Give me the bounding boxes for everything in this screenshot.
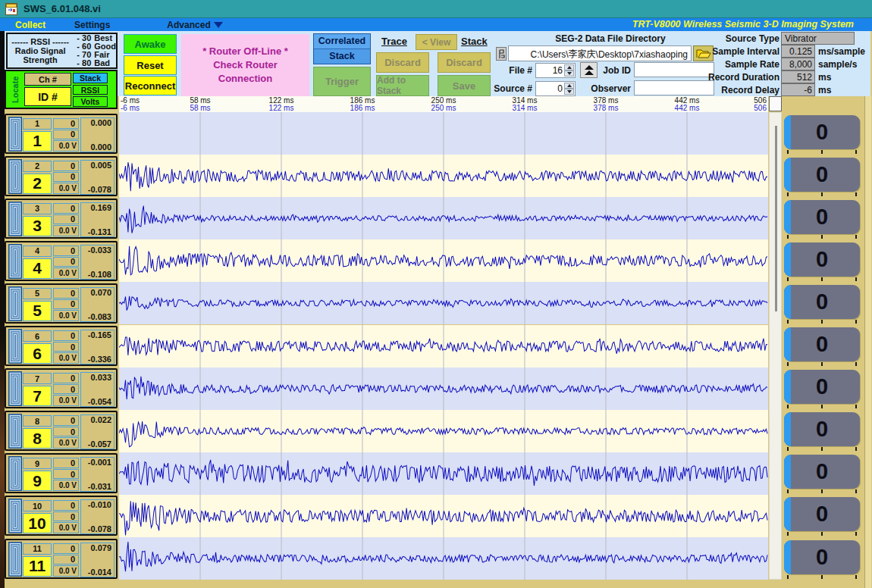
- locate-button[interactable]: [8, 414, 22, 449]
- menu-bar: Collect Settings Advanced TRT-V8000 Wire…: [0, 18, 872, 31]
- locate-button[interactable]: [8, 117, 22, 152]
- channel-id[interactable]: 3: [23, 216, 52, 236]
- menu-collect[interactable]: Collect: [8, 20, 53, 30]
- channel-amplitude-values: 0.000 0.000: [80, 117, 114, 152]
- channel-stack-count: 0: [53, 543, 79, 554]
- coil-icon: [8, 202, 22, 236]
- channel-id[interactable]: 6: [23, 343, 52, 364]
- stack-counter-display: 0: [784, 455, 860, 489]
- channel-stack-count: 0: [53, 500, 79, 511]
- plot-vertical-scrollbar[interactable]: [769, 112, 782, 580]
- axis-label: 378 ms: [594, 104, 619, 112]
- channel-rssi-value: 0: [53, 384, 79, 394]
- channel-rssi-value: 0: [53, 427, 79, 436]
- channel-amplitude-values: 0.033 -0.054: [80, 372, 114, 407]
- channel-id[interactable]: 1: [23, 131, 52, 152]
- channel-volts: 0.0 V: [53, 522, 79, 533]
- scrollbar-thumb[interactable]: [775, 126, 777, 311]
- counter-level-bar: [784, 540, 791, 574]
- channel-row: 8 8 0 0 0.0 V 0.022 -0.057: [5, 411, 118, 451]
- counter-scale-ticks: [784, 489, 860, 494]
- locate-button[interactable]: [8, 202, 22, 236]
- counter-scale-ticks: [784, 447, 860, 452]
- counter-level-bar: [784, 158, 791, 192]
- window-title: SWS_6.01.048.vi: [24, 3, 101, 14]
- channel-row: 11 11 0 0 0.0 V 0.079 -0.014: [5, 539, 118, 579]
- locate-button[interactable]: [8, 542, 22, 577]
- locate-button[interactable]: [8, 499, 22, 533]
- channel-min-value: -0.078: [88, 524, 111, 533]
- stack-counter-display: 0: [784, 540, 860, 574]
- channel-min-value: -0.054: [88, 397, 111, 406]
- locate-button[interactable]: [8, 456, 22, 491]
- view-button[interactable]: < View: [416, 34, 457, 50]
- locate-button[interactable]: [8, 329, 22, 364]
- discard-trace-button[interactable]: Discard: [376, 52, 429, 73]
- counter-value: 0: [816, 417, 828, 442]
- spinner-arrows2[interactable]: [564, 83, 574, 95]
- channel-stack-count: 0: [53, 458, 79, 468]
- channel-stack-count: 0: [53, 246, 79, 256]
- counter-level-bar: [784, 200, 791, 234]
- axis-label: 314 ms: [513, 104, 538, 112]
- chevron-down-icon: [214, 22, 223, 28]
- save-button[interactable]: Save: [438, 75, 491, 96]
- counter-value: 0: [816, 459, 828, 484]
- channel-id[interactable]: 10: [23, 513, 52, 533]
- locate-button[interactable]: [8, 159, 22, 194]
- channel-row: 7 7 0 0 0.0 V 0.033 -0.054: [5, 368, 118, 408]
- channel-id[interactable]: 5: [23, 301, 52, 321]
- channel-id[interactable]: 11: [23, 556, 52, 577]
- channel-stack-count: 0: [53, 161, 79, 171]
- trigger-button[interactable]: Trigger: [313, 67, 371, 96]
- channel-rssi-value: 0: [53, 555, 79, 565]
- channel-number: 3: [23, 203, 52, 214]
- channel-id[interactable]: 4: [23, 258, 52, 279]
- add-to-stack-button[interactable]: Add to Stack: [376, 75, 429, 96]
- axis-label: 506: [754, 104, 767, 112]
- reset-button[interactable]: Reset: [124, 55, 177, 75]
- reconnect-button[interactable]: Reconnect: [124, 76, 177, 95]
- directory-path-input[interactable]: C:\Users\李家庆\Desktop\7xiashaoping: [508, 45, 692, 61]
- awake-button[interactable]: Awake: [124, 34, 177, 54]
- channel-number: 4: [23, 246, 52, 257]
- window-right-scrollbar[interactable]: [864, 96, 871, 588]
- channel-id[interactable]: 7: [23, 386, 52, 406]
- channel-volts: 0.0 V: [53, 267, 79, 279]
- acq-label-4: Record Delay: [689, 85, 779, 95]
- increment-file-button[interactable]: [580, 62, 598, 78]
- locate-button[interactable]: [8, 286, 22, 321]
- channel-id[interactable]: 9: [23, 471, 52, 491]
- channel-stack-count: 0: [53, 288, 79, 299]
- correlated-stack-button[interactable]: Correlated Stack: [313, 33, 371, 64]
- channel-number: 9: [23, 458, 52, 469]
- waveform-row: [119, 537, 768, 580]
- channel-min-value: -0.031: [88, 482, 111, 491]
- channel-id[interactable]: 2: [23, 174, 52, 194]
- stack-counter-display: 0: [784, 497, 860, 531]
- channel-max-value: -0.165: [88, 330, 111, 339]
- spinner-arrows[interactable]: [564, 64, 574, 77]
- channel-id[interactable]: 8: [23, 428, 52, 449]
- channel-volts: 0.0 V: [53, 565, 79, 577]
- file-number-spinner[interactable]: 16: [535, 63, 576, 78]
- stack-counter-display: 0: [784, 285, 860, 319]
- acq-label-0: Source Type: [689, 33, 779, 44]
- channel-number: 5: [23, 288, 52, 299]
- channel-number: 10: [23, 500, 52, 511]
- channel-max-value: -0.010: [88, 500, 111, 509]
- observer-label: Observer: [590, 83, 631, 94]
- channel-stack-count: 0: [53, 330, 79, 341]
- job-id-label: Job ID: [599, 65, 631, 76]
- channel-min-value: -0.014: [88, 568, 111, 577]
- counter-level-bar: [784, 327, 791, 361]
- seg2-directory-title: SEG-2 Data File Directory: [500, 33, 720, 44]
- channel-rssi-value: 0: [53, 214, 79, 224]
- menu-settings[interactable]: Settings: [67, 20, 118, 30]
- channel-number: 1: [23, 118, 52, 130]
- locate-button[interactable]: [8, 371, 22, 406]
- locate-button[interactable]: [8, 244, 22, 279]
- source-number-spinner[interactable]: 0: [535, 81, 576, 96]
- discard-stack-button[interactable]: Discard: [438, 52, 491, 73]
- menu-advanced[interactable]: Advanced: [159, 20, 230, 30]
